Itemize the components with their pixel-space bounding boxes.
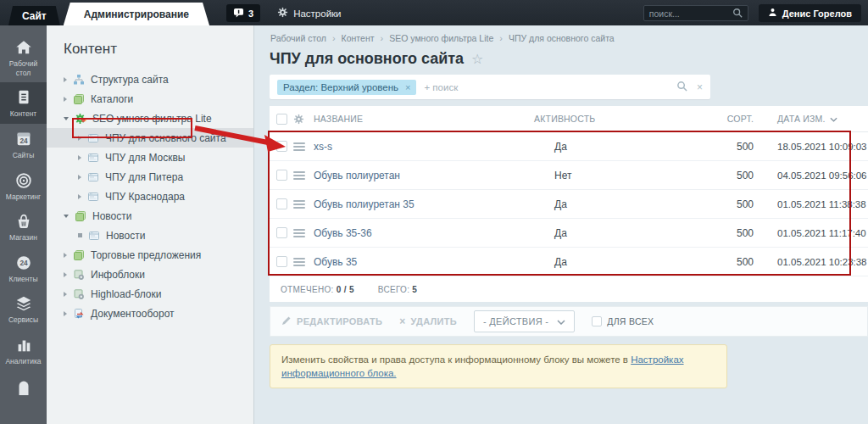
chip-remove-icon[interactable]: × (405, 82, 410, 92)
expand-arrow-icon[interactable] (78, 175, 81, 180)
search-placeholder: поиск... (649, 8, 732, 19)
rail-item-marketplace[interactable] (0, 371, 47, 404)
main-content: Рабочий стол›Контент›SEO умного фильтра … (255, 25, 868, 424)
tree-item[interactable]: ЧПУ для Москвы (47, 148, 253, 167)
column-header-sort[interactable]: СОРТ. (716, 114, 765, 124)
tree-item[interactable]: Документооборот (47, 304, 253, 323)
row-checkbox[interactable] (276, 141, 287, 152)
filter-clear-icon[interactable]: × (697, 81, 703, 93)
expand-arrow-icon[interactable] (64, 97, 67, 102)
basket-icon (14, 212, 33, 231)
user-menu[interactable]: Денис Горелов (759, 4, 861, 22)
expand-arrow-icon[interactable] (78, 194, 81, 199)
svg-text:24: 24 (19, 259, 28, 267)
favorite-star-icon[interactable]: ☆ (471, 53, 483, 66)
column-header-active[interactable]: АКТИВНОСТЬ (534, 114, 716, 124)
actions-dropdown[interactable]: - ДЕЙСТВИЯ - (474, 310, 575, 332)
breadcrumb-item[interactable]: Контент (342, 33, 375, 43)
row-checkbox[interactable] (276, 256, 287, 267)
tree-item-label: ЧПУ для Москвы (105, 152, 185, 164)
table-row[interactable]: xs-s Да 500 18.05.2021 10:09:03 (270, 132, 868, 161)
rail-item-target[interactable]: Маркетинг (0, 165, 47, 207)
breadcrumb-item[interactable]: ЧПУ для основного сайта (509, 33, 615, 43)
for-all-checkbox-box[interactable] (592, 316, 602, 326)
filter-search-icon[interactable] (676, 80, 687, 95)
expand-arrow-icon[interactable] (64, 77, 67, 82)
edit-button[interactable]: РЕДАКТИРОВАТЬ (281, 315, 382, 327)
row-checkbox[interactable] (276, 198, 287, 209)
tree-item[interactable]: Структура сайта (47, 70, 253, 89)
row-name-link[interactable]: Обувь 35 (314, 256, 534, 268)
row-name-link[interactable]: Обувь 35-36 (314, 227, 534, 239)
expand-arrow-icon[interactable] (64, 292, 67, 297)
expand-arrow-icon[interactable] (78, 155, 81, 160)
svg-text:24: 24 (19, 137, 28, 145)
select-all-checkbox[interactable] (276, 114, 287, 125)
search-input[interactable]: поиск... (643, 5, 748, 21)
tree-item[interactable]: Новости (47, 206, 253, 226)
catalog-icon (75, 210, 86, 222)
tree-item[interactable]: Торговые предложения (47, 245, 253, 265)
filter-bar[interactable]: Раздел: Верхний уровень × + поиск × (270, 75, 710, 99)
filter-chip[interactable]: Раздел: Верхний уровень × (277, 80, 416, 95)
tree-item[interactable]: Новости (47, 226, 253, 245)
settings-button[interactable]: Настройки (277, 7, 341, 20)
row-menu-icon[interactable] (293, 142, 305, 151)
expand-arrow-icon[interactable] (64, 272, 67, 277)
row-name-link[interactable]: Обувь полиуретан 35 (314, 198, 534, 210)
for-all-checkbox[interactable]: ДЛЯ ВСЕХ (592, 316, 654, 326)
tree-item[interactable]: Highload-блоки (47, 284, 253, 304)
notice-text: Изменить свойства и права доступа к инфо… (281, 354, 631, 365)
column-header-date[interactable]: ДАТА ИЗМ. (765, 114, 868, 124)
tab-site[interactable]: Сайт (8, 6, 60, 25)
expand-arrow-icon[interactable] (64, 311, 67, 316)
rail-item-bars[interactable]: Аналитика (0, 330, 47, 371)
expand-arrow-icon[interactable] (78, 136, 81, 141)
row-menu-icon[interactable] (293, 258, 305, 266)
column-header-name[interactable]: НАЗВАНИЕ (314, 114, 534, 124)
breadcrumb-item[interactable]: SEO умного фильтра Lite (389, 33, 493, 43)
tree-item[interactable]: ЧПУ для основного сайта (47, 128, 253, 148)
row-menu-icon[interactable] (293, 171, 305, 180)
tree-item[interactable]: ЧПУ для Питера (47, 167, 253, 187)
rail-item-circle24[interactable]: 24 Клиенты (0, 248, 47, 289)
tree-item[interactable]: Инфоблоки (47, 265, 253, 284)
row-checkbox[interactable] (276, 170, 287, 181)
row-name-link[interactable]: xs-s (314, 141, 534, 153)
tab-administration[interactable]: Администрирование (64, 3, 209, 25)
notifications-button[interactable]: 3 (226, 4, 260, 22)
bars-icon (14, 336, 33, 354)
pencil-icon (281, 315, 292, 327)
rail-item-calendar24[interactable]: 24 Сайты (0, 124, 47, 165)
table-row[interactable]: Обувь 35 Да 500 01.05.2021 10:23:38 (270, 248, 868, 276)
rail-item-basket[interactable]: Магазин (0, 206, 47, 248)
table-settings-icon[interactable] (293, 114, 314, 125)
expand-arrow-icon[interactable] (64, 215, 69, 218)
rail-item-layers[interactable]: Сервисы (0, 288, 47, 330)
row-date-value: 01.05.2021 10:23:38 (765, 257, 868, 267)
row-menu-icon[interactable] (293, 200, 305, 209)
tree-item[interactable]: ЧПУ Краснодара (47, 187, 253, 206)
table-row[interactable]: Обувь 35-36 Да 500 01.05.2021 11:17:40 (270, 219, 868, 248)
tree-item-label: Новости (106, 230, 145, 242)
catalog-icon (73, 249, 85, 261)
calendar24-icon: 24 (14, 130, 33, 148)
delete-x-icon: × (399, 315, 405, 327)
table-header: НАЗВАНИЕ АКТИВНОСТЬ СОРТ. ДАТА ИЗМ. (270, 106, 868, 132)
tree-item-label: ЧПУ Краснодара (105, 191, 185, 203)
rail-item-document[interactable]: Контент (0, 82, 47, 124)
breadcrumb-item[interactable]: Рабочий стол (270, 33, 326, 43)
table-row[interactable]: Обувь полиуретан 35 Да 500 01.05.2021 11… (270, 190, 868, 219)
window-icon (87, 152, 99, 164)
row-menu-icon[interactable] (293, 229, 305, 237)
expand-arrow-icon[interactable] (64, 253, 67, 258)
row-checkbox[interactable] (276, 227, 287, 238)
rail-item-home[interactable]: Рабочий стол (0, 32, 47, 82)
expand-arrow-icon[interactable] (64, 117, 69, 120)
table-row[interactable]: Обувь полиуретан Нет 500 04.05.2021 09:5… (270, 161, 868, 190)
tree-item-label: Инфоблоки (91, 269, 145, 281)
tree-item[interactable]: SEO умного фильтра Lite (47, 109, 253, 128)
tree-item[interactable]: Каталоги (47, 89, 253, 109)
row-name-link[interactable]: Обувь полиуретан (314, 170, 534, 181)
delete-button[interactable]: × УДАЛИТЬ (399, 315, 457, 327)
